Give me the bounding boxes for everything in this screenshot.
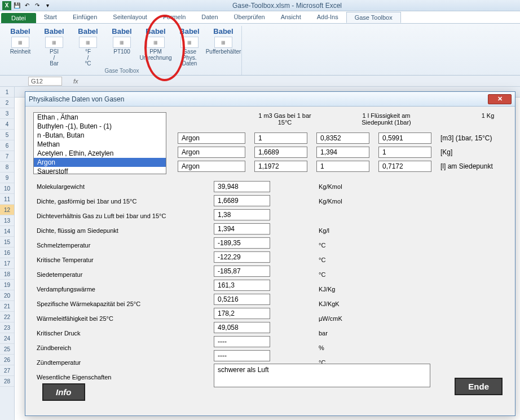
prop-value[interactable]: 1,38 <box>214 209 270 220</box>
row-header[interactable]: 25 <box>0 344 14 355</box>
prop-value[interactable]: 49,058 <box>214 322 270 333</box>
prop-value[interactable]: 178,2 <box>214 308 270 319</box>
ribbon-btn-ppm-umrechnung[interactable]: Babel▦PPMUmrechnung <box>141 26 170 67</box>
prop-label: Wärmeleitfähigkeit bei 25°C <box>37 315 166 326</box>
row-header[interactable]: 20 <box>0 290 14 301</box>
gas-list-item[interactable]: Acetylen , Ethin, Azetylen <box>34 149 166 158</box>
row-header[interactable]: 3 <box>0 108 14 119</box>
row-header[interactable]: 8 <box>0 162 14 173</box>
gas-list-item[interactable]: n -Butan, Butan <box>34 131 166 140</box>
row-header[interactable]: 28 <box>0 376 14 387</box>
redo-icon[interactable]: ↷ <box>33 1 42 10</box>
prop-value[interactable]: ---- <box>214 336 270 347</box>
conv-val-a[interactable]: 1,6689 <box>254 147 307 158</box>
prop-label: Spezifische Wärmekapazität bei 25°C <box>37 300 166 311</box>
titlebar: X 💾 ↶ ↷ ▾ Gase-Toolbox.xlsm - Microsoft … <box>0 0 520 11</box>
tab-überprüfen[interactable]: Überprüfen <box>226 12 273 23</box>
ribbon-btn-pufferbeh-lter[interactable]: Babel▦Pufferbehälter <box>209 26 238 67</box>
tab-daten[interactable]: Daten <box>193 12 226 23</box>
col-header-2: 1 l Flüssigkeit am Siedepunkt (1bar) <box>352 112 420 126</box>
tab-formeln[interactable]: Formeln <box>155 12 193 23</box>
row-header[interactable]: 4 <box>0 119 14 130</box>
row-header[interactable]: 15 <box>0 237 14 247</box>
name-box[interactable]: G12 <box>28 77 62 86</box>
conv-val-a[interactable]: 1 <box>254 132 307 144</box>
conv-val-b[interactable]: 1,394 <box>316 147 369 158</box>
prop-value[interactable]: 1,6689 <box>214 195 270 206</box>
row-header[interactable]: 12 <box>0 205 14 215</box>
conv-val-c[interactable]: 1 <box>378 147 431 158</box>
gas-list-item[interactable]: Methan <box>34 140 166 149</box>
ribbon-btn-label: Reinheit <box>10 49 31 55</box>
ribbon-btn-label: GasePhys.Daten <box>182 49 197 67</box>
conv-val-a[interactable]: 1,1972 <box>254 161 307 172</box>
tab-ansicht[interactable]: Ansicht <box>273 12 309 23</box>
conv-val-b[interactable]: 0,8352 <box>316 132 369 144</box>
prop-value[interactable]: 161,3 <box>214 280 270 291</box>
row-header[interactable]: 24 <box>0 333 14 344</box>
conv-gas-name[interactable]: Argon <box>178 161 245 172</box>
gas-listbox[interactable]: Ethan , ÄthanButhylen -(1), Buten - (1)n… <box>33 112 166 174</box>
property-units: Kg/KmolKg/KmolKg/l°C°C°CKJ/KgKJ/KgKµW/cm… <box>319 183 342 384</box>
conv-val-b[interactable]: 1 <box>316 161 369 172</box>
row-header[interactable]: 23 <box>0 322 14 333</box>
row-header[interactable]: 27 <box>0 365 14 376</box>
tab-seitenlayout[interactable]: Seitenlayout <box>105 12 155 23</box>
gas-list-item[interactable]: Argon <box>34 158 166 167</box>
dialog-titlebar: Physikalische Daten von Gasen ✕ <box>25 92 515 107</box>
ribbon-btn-psi-bar[interactable]: Babel▦PSI/Bar <box>39 26 69 67</box>
gas-list-item[interactable]: Ethan , Äthan <box>34 113 166 122</box>
row-header[interactable]: 13 <box>0 215 14 226</box>
tab-file[interactable]: Datei <box>1 13 36 23</box>
row-header[interactable]: 22 <box>0 312 14 322</box>
ribbon-btn-reinheit[interactable]: Babel▦Reinheit <box>6 26 35 67</box>
conv-gas-name[interactable]: Argon <box>178 147 245 158</box>
prop-value[interactable]: 1,394 <box>214 223 270 235</box>
prop-value[interactable]: ---- <box>214 350 270 361</box>
row-header[interactable]: 19 <box>0 280 14 290</box>
row-header[interactable]: 1 <box>0 87 14 98</box>
row-header[interactable]: 21 <box>0 301 14 312</box>
row-header[interactable]: 6 <box>0 140 14 151</box>
gas-list-item[interactable]: Buthylen -(1), Buten - (1) <box>34 122 166 131</box>
prop-value[interactable]: -185,87 <box>214 266 270 277</box>
tab-start[interactable]: Start <box>36 12 65 23</box>
row-header[interactable]: 14 <box>0 226 14 237</box>
row-header[interactable]: 10 <box>0 183 14 194</box>
ribbon-btn-icon: ▦ <box>180 37 199 48</box>
prop-value[interactable]: -122,29 <box>214 251 270 263</box>
row-header[interactable]: 2 <box>0 98 14 108</box>
fx-label[interactable]: fx <box>73 78 78 85</box>
row-header[interactable]: 17 <box>0 258 14 269</box>
property-note[interactable]: schwerer als Luft <box>214 364 430 387</box>
tab-gase-toolbox[interactable]: Gase Toolbox <box>346 12 401 23</box>
ribbon-btn-icon: ▦ <box>214 37 232 48</box>
prop-value[interactable]: 0,5216 <box>214 294 270 305</box>
conv-val-c[interactable]: 0,7172 <box>378 161 431 172</box>
save-icon[interactable]: 💾 <box>12 1 21 10</box>
row-header[interactable]: 16 <box>0 247 14 258</box>
row-header[interactable]: 18 <box>0 269 14 280</box>
row-header[interactable]: 9 <box>0 173 14 183</box>
tab-add-ins[interactable]: Add-Ins <box>309 12 346 23</box>
info-button[interactable]: Info <box>42 383 85 401</box>
row-header[interactable]: 5 <box>0 130 14 140</box>
row-header[interactable]: 11 <box>0 194 14 205</box>
close-button[interactable]: ✕ <box>488 94 512 104</box>
gas-list-item[interactable]: Sauerstoff <box>34 167 166 174</box>
ribbon-btn--f-c[interactable]: Babel▦°F/°C <box>73 26 103 67</box>
ende-button[interactable]: Ende <box>455 378 503 395</box>
row-header[interactable]: 7 <box>0 151 14 162</box>
prop-unit: Kg/Kmol <box>319 198 342 209</box>
ribbon-btn-pt100[interactable]: Babel▦PT100 <box>107 26 136 67</box>
ribbon-btn-gase-phys-daten[interactable]: Babel▦GasePhys.Daten <box>175 26 204 67</box>
excel-icon: X <box>2 1 11 10</box>
conv-val-c[interactable]: 0,5991 <box>378 132 431 144</box>
qat-more-icon[interactable]: ▾ <box>43 1 52 10</box>
undo-icon[interactable]: ↶ <box>23 1 32 10</box>
conv-gas-name[interactable]: Argon <box>178 132 245 144</box>
tab-einfügen[interactable]: Einfügen <box>65 12 105 23</box>
prop-value[interactable]: 39,948 <box>214 181 270 192</box>
prop-value[interactable]: -189,35 <box>214 237 270 249</box>
row-header[interactable]: 26 <box>0 355 14 365</box>
